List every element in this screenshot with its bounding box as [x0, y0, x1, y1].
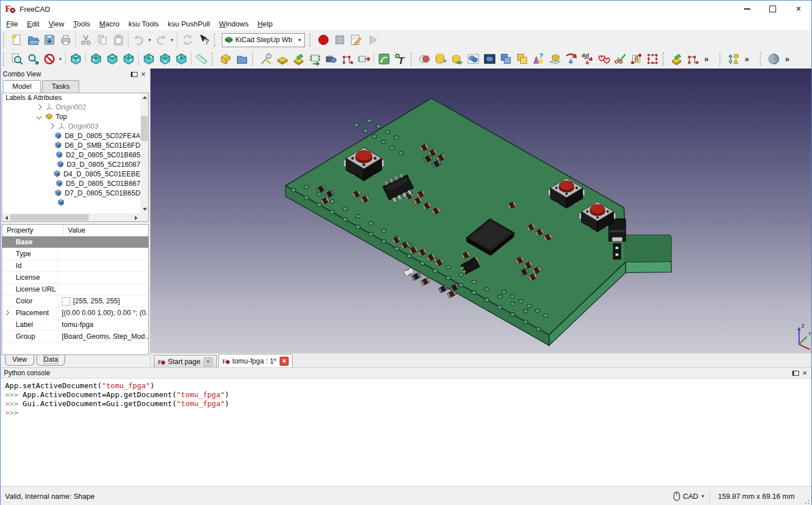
tree-item-top[interactable]: Top	[2, 112, 140, 121]
expander-collapsed-icon[interactable]	[49, 124, 54, 129]
part-button[interactable]	[217, 51, 234, 67]
property-row-placement[interactable]: Placement[(0.00 0.00 1.00); 0.00 °; (0..…	[2, 307, 148, 319]
property-row-base[interactable]: Base	[2, 236, 148, 248]
sketch-button[interactable]	[376, 51, 392, 67]
open-folder-button[interactable]	[25, 32, 41, 48]
path-red-button[interactable]	[685, 51, 701, 67]
fp-green-button[interactable]	[307, 51, 323, 67]
tab-close-icon[interactable]: ✕	[204, 357, 213, 366]
property-value[interactable]	[58, 272, 148, 283]
fp-cube-button[interactable]	[323, 51, 339, 67]
tree-vertical-scrollbar[interactable]	[140, 93, 148, 213]
macro-record-button[interactable]	[315, 32, 331, 48]
toolbar-handle[interactable]	[3, 52, 7, 66]
save-button[interactable]	[41, 32, 57, 48]
view-bottom-button[interactable]	[157, 51, 173, 67]
toolbar-handle[interactable]	[719, 52, 723, 66]
toolbar-handle[interactable]	[214, 33, 218, 47]
doc-tab-tomu-fpga-1-[interactable]: Ftomu-fpga : 1*✕	[218, 354, 293, 367]
tab-close-icon[interactable]: ✕	[280, 357, 289, 366]
dock-float-button[interactable]	[130, 70, 139, 79]
menu-tools[interactable]: Tools	[69, 19, 94, 29]
tree-item-d8_d_0805_5c02fe4a[interactable]: D8_D_0805_5C02FE4A	[2, 131, 140, 140]
dropdown-arrow-icon[interactable]: ▼	[169, 32, 175, 48]
refresh-button[interactable]	[179, 32, 195, 48]
tab-model[interactable]: Model	[3, 80, 41, 93]
fit-all-button[interactable]	[8, 51, 25, 67]
property-row-color[interactable]: Color[255, 255, 255]	[2, 295, 148, 307]
menu-edit[interactable]: Edit	[22, 19, 44, 29]
toolbar-handle[interactable]	[3, 33, 7, 47]
property-value[interactable]: tomu-fpga	[58, 319, 148, 330]
zoom-to-button[interactable]	[25, 51, 41, 67]
loops-red-button[interactable]	[595, 51, 612, 67]
box-plane-button[interactable]	[546, 51, 563, 67]
sync-tree-button[interactable]	[725, 51, 741, 67]
menu-windows[interactable]: Windows	[215, 19, 253, 29]
sel-grid-button[interactable]	[644, 51, 660, 67]
path-red-button[interactable]	[339, 51, 355, 67]
view-top-button[interactable]	[104, 51, 120, 67]
doc-tab-start-page[interactable]: FStart page✕	[154, 355, 217, 367]
property-value[interactable]	[58, 284, 148, 295]
property-value[interactable]: [255, 255, 255]	[58, 295, 148, 307]
tree-item-origin003[interactable]: Origin003	[2, 121, 140, 131]
cut-button[interactable]	[77, 32, 94, 48]
tree-item-origin002[interactable]: Origin002	[2, 102, 140, 112]
console-float-button[interactable]	[791, 368, 800, 377]
property-value[interactable]: [Board_Geoms, Step_Mod...	[58, 331, 148, 342]
toolbar-handle[interactable]	[309, 33, 313, 47]
imp-step-button[interactable]	[563, 51, 579, 67]
fp-move-button[interactable]	[355, 51, 372, 67]
view-rear-button[interactable]	[140, 51, 157, 67]
whats-this-button[interactable]: ?	[195, 32, 212, 48]
draw-style-button[interactable]	[41, 51, 57, 67]
dropdown-arrow-icon[interactable]: ▼	[57, 51, 63, 67]
menu-macro[interactable]: Macro	[95, 19, 124, 29]
check-red-button[interactable]	[612, 51, 628, 67]
copy-button[interactable]	[94, 32, 110, 48]
new-file-button[interactable]	[8, 32, 25, 48]
workbench-selector[interactable]: KiCad StepUp Wb▼	[222, 33, 305, 47]
sq-blue-button[interactable]	[498, 51, 514, 67]
panel-close-button[interactable]: ✕	[139, 70, 148, 79]
cyl-add-button[interactable]	[432, 51, 449, 67]
tree-item-d3_d_0805_5c216087[interactable]: D3_D_0805_5C216087	[2, 160, 140, 169]
lock-sel-button[interactable]	[628, 51, 644, 67]
ell-dark-button[interactable]	[481, 51, 498, 67]
open-part-button[interactable]	[234, 51, 250, 67]
menu-help[interactable]: Help	[253, 19, 277, 29]
property-value[interactable]	[58, 260, 148, 271]
more-button[interactable]: »	[701, 51, 717, 67]
toolbar-handle[interactable]	[760, 52, 764, 66]
macro-stop-button[interactable]	[331, 32, 348, 48]
property-row-label[interactable]: Labeltomu-fpga	[2, 319, 148, 331]
board-export-button[interactable]	[290, 51, 307, 67]
toolbar-handle[interactable]	[252, 52, 256, 66]
close-button[interactable]: ×	[786, 1, 811, 17]
dropdown-arrow-icon[interactable]: ▼	[147, 32, 153, 48]
view-axo-button[interactable]	[67, 51, 84, 67]
property-row-group[interactable]: Group[Board_Geoms, Step_Mod...	[2, 331, 148, 343]
menu-view[interactable]: View	[44, 19, 69, 29]
menu-ksu-pushpull[interactable]: ksu PushPull	[163, 19, 215, 29]
undo-button[interactable]	[130, 32, 147, 48]
maximize-button[interactable]	[760, 1, 786, 17]
python-console-input[interactable]: App.setActiveDocument("tomu_fpga")>>> Ap…	[1, 378, 811, 486]
menu-ksu-tools[interactable]: ksu Tools	[124, 19, 163, 29]
navigation-style-selector[interactable]: CAD ▼	[669, 492, 709, 501]
more-button[interactable]: »	[741, 51, 758, 67]
property-row-license-url[interactable]: License URL	[2, 284, 148, 295]
tree-view[interactable]: Labels & AttributesOrigin002TopOrigin003…	[2, 93, 140, 213]
tree-item-d7_d_0805_5c01b65d[interactable]: D7_D_0805_5C01B65D	[2, 188, 140, 198]
toolbar-handle[interactable]	[212, 52, 216, 66]
tab-data[interactable]: Data	[37, 355, 65, 366]
common-bool-button[interactable]	[416, 51, 432, 67]
console-close-button[interactable]: ✕	[800, 368, 809, 377]
imp-dxf-button[interactable]: dxf	[579, 51, 595, 67]
toolbar-handle[interactable]	[663, 52, 667, 66]
property-row-id[interactable]: Id	[2, 260, 148, 272]
expander-collapsed-icon[interactable]	[37, 104, 42, 110]
macro-play-button[interactable]	[364, 32, 380, 48]
view-front-button[interactable]	[88, 51, 104, 67]
